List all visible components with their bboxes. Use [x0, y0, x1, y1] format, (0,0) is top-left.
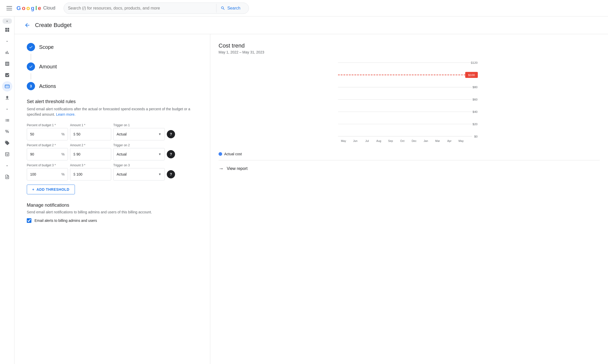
sidebar-icon-percent[interactable]: % — [2, 126, 12, 137]
view-report-label: View report — [227, 166, 248, 171]
sidebar-icon-doc[interactable] — [2, 172, 12, 182]
svg-text:$20: $20 — [473, 122, 478, 126]
view-report-button[interactable]: → View report — [219, 160, 600, 177]
percent-suffix-2: % — [62, 152, 65, 156]
svg-text:$80: $80 — [473, 85, 478, 89]
amount-label-2: Amount 2 * — [70, 143, 111, 147]
page-header: Create Budget — [14, 16, 608, 34]
percent-input-wrapper-1[interactable]: % — [27, 128, 68, 140]
svg-text:$60: $60 — [473, 98, 478, 101]
chart-title: Cost trend — [219, 42, 600, 49]
percent-group-1: Percent of budget 1 * % — [27, 123, 68, 140]
add-threshold-button[interactable]: + ADD THRESHOLD — [27, 185, 75, 194]
trigger-label-2: Trigger on 2 — [113, 143, 165, 147]
hamburger-menu[interactable] — [4, 3, 14, 13]
search-input[interactable] — [68, 6, 214, 11]
trigger-select-1[interactable]: Actual Forecasted — [117, 132, 158, 136]
trigger-select-2[interactable]: Actual Forecasted — [117, 152, 158, 156]
percent-input-1[interactable] — [30, 132, 62, 136]
content-area: Scope Amount 3 Actions — [14, 34, 608, 364]
trigger-select-3[interactable]: Actual Forecasted — [117, 172, 158, 176]
sidebar-icon-upload[interactable] — [2, 93, 12, 103]
email-alerts-checkbox[interactable] — [27, 218, 31, 223]
amount-group-2: Amount 2 * $ — [70, 143, 111, 160]
help-button-3[interactable]: ? — [167, 170, 175, 178]
back-button[interactable] — [23, 21, 32, 30]
notifications-desc: Send email alert notifications to billin… — [27, 210, 198, 214]
svg-text:$100: $100 — [468, 73, 475, 77]
amount-prefix-3: $ — [73, 172, 75, 176]
percent-input-wrapper-2[interactable]: % — [27, 148, 68, 160]
chart-panel: Cost trend May 1, 2022 – May 31, 2023 $1… — [210, 34, 608, 364]
percent-input-wrapper-3[interactable]: % — [27, 168, 68, 180]
sidebar-icon-dashboard[interactable] — [2, 25, 12, 35]
search-icon — [221, 6, 225, 11]
trigger-select-wrapper-1[interactable]: Actual Forecasted ▼ — [113, 128, 165, 140]
amount-input-wrapper-1[interactable]: $ — [70, 128, 111, 140]
search-button[interactable]: Search — [216, 4, 245, 13]
page-title: Create Budget — [35, 22, 72, 29]
top-navigation: Google Cloud Search — [0, 0, 608, 16]
threshold-section-title: Set alert threshold rules — [27, 99, 198, 104]
sidebar: ▾ ● ● % ● — [0, 16, 14, 364]
amount-label-1: Amount 1 * — [70, 123, 111, 127]
search-bar[interactable]: Search — [64, 3, 249, 14]
chart-legend: Actual cost — [219, 152, 600, 156]
sidebar-icon-tag[interactable] — [2, 138, 12, 148]
percent-input-3[interactable] — [30, 172, 62, 176]
amount-label-3: Amount 3 * — [70, 163, 111, 167]
threshold-row-3: Percent of budget 3 * % Amount 3 * $ Tri… — [27, 163, 198, 180]
threshold-row-1: Percent of budget 1 * % Amount 1 * $ Tri… — [27, 123, 198, 140]
trigger-chevron-3: ▼ — [158, 172, 161, 176]
add-threshold-label: ADD THRESHOLD — [37, 187, 70, 192]
add-threshold-icon: + — [32, 187, 34, 192]
svg-text:Apr: Apr — [447, 139, 451, 142]
amount-group-3: Amount 3 * $ — [70, 163, 111, 180]
help-button-2[interactable]: ? — [167, 150, 175, 158]
amount-input-wrapper-3[interactable]: $ — [70, 168, 111, 180]
main-layout: ▾ ● ● % ● — [0, 16, 608, 364]
amount-prefix-2: $ — [73, 152, 75, 156]
learn-more-link[interactable]: Learn more. — [56, 112, 75, 116]
arrow-right-icon: → — [219, 166, 224, 171]
sidebar-icon-table[interactable] — [2, 59, 12, 69]
trigger-select-wrapper-2[interactable]: Actual Forecasted ▼ — [113, 148, 165, 160]
sidebar-pill[interactable]: ▾ — [3, 19, 12, 24]
connector-1 — [31, 54, 31, 60]
amount-input-1[interactable] — [76, 132, 108, 136]
step-label-amount: Amount — [39, 62, 57, 71]
amount-input-3[interactable] — [76, 172, 108, 176]
svg-text:May: May — [458, 139, 464, 142]
sidebar-icon-barchart[interactable] — [2, 47, 12, 58]
svg-text:Sep: Sep — [388, 139, 393, 142]
trigger-label-3: Trigger on 3 — [113, 163, 165, 167]
sidebar-icon-report[interactable] — [2, 70, 12, 80]
threshold-rows: Percent of budget 1 * % Amount 1 * $ Tri… — [27, 123, 198, 180]
amount-input-wrapper-2[interactable]: $ — [70, 148, 111, 160]
form-panel: Scope Amount 3 Actions — [14, 34, 210, 364]
chart-container: $120 $100 $80 $60 $40 $20 $0 — [219, 60, 600, 148]
sidebar-icon-billing[interactable] — [2, 81, 12, 92]
step-icon-amount — [27, 62, 35, 71]
sidebar-icon-dot3: ● — [2, 160, 12, 171]
percent-group-2: Percent of budget 2 * % — [27, 143, 68, 160]
help-button-1[interactable]: ? — [167, 130, 175, 138]
percent-label-2: Percent of budget 2 * — [27, 143, 68, 147]
trigger-chevron-1: ▼ — [158, 132, 161, 136]
percent-input-2[interactable] — [30, 152, 62, 156]
amount-input-2[interactable] — [76, 152, 108, 156]
sidebar-icon-data[interactable] — [2, 149, 12, 159]
svg-rect-0 — [5, 85, 9, 88]
svg-text:Dec: Dec — [412, 139, 417, 142]
sidebar-icon-dot1: ● — [2, 36, 12, 46]
percent-label-3: Percent of budget 3 * — [27, 163, 68, 167]
svg-text:$0: $0 — [474, 135, 477, 138]
trigger-select-wrapper-3[interactable]: Actual Forecasted ▼ — [113, 168, 165, 180]
percent-label-1: Percent of budget 1 * — [27, 123, 68, 127]
google-cloud-logo: Google Cloud — [16, 5, 55, 12]
email-alerts-row: Email alerts to billing admins and users — [27, 218, 198, 223]
threshold-section-desc: Send email alert notifications after the… — [27, 106, 198, 117]
sidebar-icon-dot2: ● — [2, 104, 12, 114]
sidebar-icon-list[interactable] — [2, 115, 12, 125]
svg-text:Jun: Jun — [353, 139, 358, 142]
